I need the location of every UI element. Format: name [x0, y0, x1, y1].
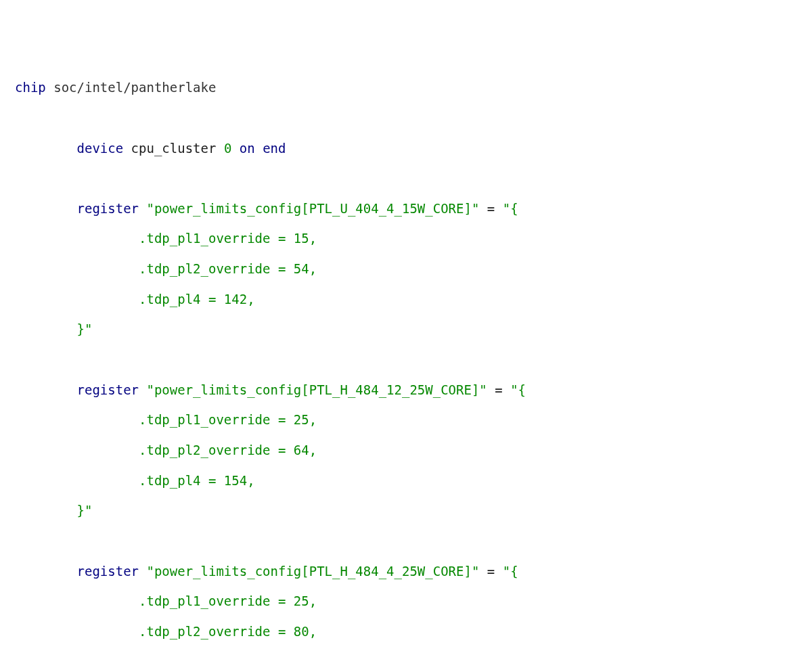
keyword-register: register: [77, 201, 139, 216]
keyword-end: end: [263, 141, 286, 156]
register-key-1: "power_limits_config[PTL_H_484_12_25W_CO…: [146, 382, 487, 397]
equals: =: [479, 201, 502, 216]
equals: =: [479, 564, 502, 579]
field: .tdp_pl2_override = 64,: [139, 443, 317, 457]
equals: =: [487, 382, 510, 397]
keyword-device: device: [77, 141, 124, 156]
field: .tdp_pl2_override = 80,: [139, 624, 317, 639]
field: .tdp_pl4 = 154,: [139, 473, 255, 488]
keyword-on: on: [240, 141, 255, 156]
field: .tdp_pl1_override = 25,: [139, 593, 317, 608]
keyword-register: register: [77, 564, 139, 579]
struct-open: "{: [503, 564, 518, 579]
struct-open: "{: [510, 382, 526, 397]
device-name: cpu_cluster: [131, 141, 217, 156]
field: .tdp_pl1_override = 15,: [139, 231, 317, 246]
register-key-2: "power_limits_config[PTL_H_484_4_25W_COR…: [146, 564, 479, 579]
register-key-0: "power_limits_config[PTL_U_404_4_15W_COR…: [146, 201, 479, 216]
keyword-register: register: [77, 382, 139, 397]
chip-path: soc/intel/pantherlake: [53, 80, 216, 95]
keyword-chip: chip: [15, 80, 46, 95]
code-block: chip soc/intel/pantherlake device cpu_cl…: [15, 80, 526, 651]
field: .tdp_pl2_override = 54,: [139, 261, 317, 276]
device-index: 0: [224, 141, 231, 156]
struct-open: "{: [503, 201, 518, 216]
field: .tdp_pl1_override = 25,: [139, 412, 317, 427]
struct-close: }": [77, 321, 93, 336]
field: .tdp_pl4 = 142,: [139, 292, 255, 307]
struct-close: }": [77, 503, 93, 518]
